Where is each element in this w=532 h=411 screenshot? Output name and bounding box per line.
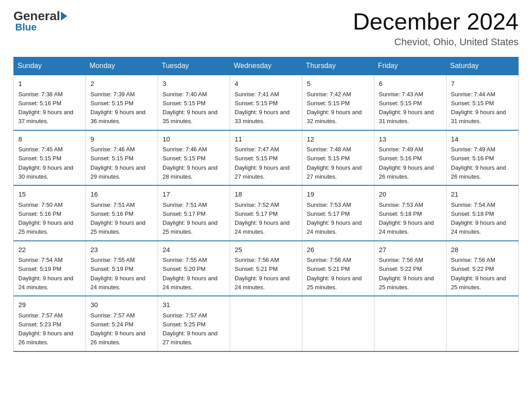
day-number: 24 xyxy=(163,245,225,255)
day-info: Sunrise: 7:51 AMSunset: 5:16 PMDaylight:… xyxy=(90,201,146,235)
table-row: 7Sunrise: 7:44 AMSunset: 5:15 PMDaylight… xyxy=(446,75,519,130)
day-info: Sunrise: 7:38 AMSunset: 5:16 PMDaylight:… xyxy=(18,91,73,125)
table-row: 27Sunrise: 7:56 AMSunset: 5:22 PMDayligh… xyxy=(374,241,446,296)
header-row: Sunday Monday Tuesday Wednesday Thursday… xyxy=(14,57,519,75)
table-row xyxy=(446,296,519,351)
day-info: Sunrise: 7:49 AMSunset: 5:16 PMDaylight:… xyxy=(379,146,434,180)
day-number: 11 xyxy=(235,134,297,145)
day-info: Sunrise: 7:56 AMSunset: 5:21 PMDaylight:… xyxy=(307,257,362,291)
table-row: 12Sunrise: 7:48 AMSunset: 5:15 PMDayligh… xyxy=(302,130,374,186)
day-info: Sunrise: 7:56 AMSunset: 5:21 PMDaylight:… xyxy=(235,257,290,291)
table-row: 8Sunrise: 7:45 AMSunset: 5:15 PMDaylight… xyxy=(14,130,86,186)
day-number: 14 xyxy=(451,134,514,145)
table-row: 14Sunrise: 7:49 AMSunset: 5:16 PMDayligh… xyxy=(446,130,519,186)
day-number: 12 xyxy=(307,134,369,145)
day-number: 26 xyxy=(307,245,369,255)
table-row: 6Sunrise: 7:43 AMSunset: 5:15 PMDaylight… xyxy=(374,75,446,130)
table-row xyxy=(230,296,302,351)
table-row: 26Sunrise: 7:56 AMSunset: 5:21 PMDayligh… xyxy=(302,241,374,296)
day-info: Sunrise: 7:57 AMSunset: 5:24 PMDaylight:… xyxy=(90,312,146,346)
day-info: Sunrise: 7:56 AMSunset: 5:22 PMDaylight:… xyxy=(379,257,434,291)
day-number: 25 xyxy=(235,245,297,255)
day-number: 16 xyxy=(90,189,153,200)
table-row: 25Sunrise: 7:56 AMSunset: 5:21 PMDayligh… xyxy=(230,241,302,296)
month-title: December 2024 xyxy=(353,9,519,34)
table-row: 11Sunrise: 7:47 AMSunset: 5:15 PMDayligh… xyxy=(230,130,302,186)
day-number: 19 xyxy=(307,189,369,200)
table-row: 22Sunrise: 7:54 AMSunset: 5:19 PMDayligh… xyxy=(14,241,86,296)
page-header: General Blue December 2024 Cheviot, Ohio… xyxy=(13,9,519,48)
logo: General Blue xyxy=(13,9,68,33)
table-row: 30Sunrise: 7:57 AMSunset: 5:24 PMDayligh… xyxy=(86,296,158,351)
day-number: 30 xyxy=(90,300,153,310)
calendar-week-1: 1Sunrise: 7:38 AMSunset: 5:16 PMDaylight… xyxy=(14,75,519,130)
day-info: Sunrise: 7:54 AMSunset: 5:18 PMDaylight:… xyxy=(451,201,506,235)
day-number: 28 xyxy=(451,245,514,255)
day-number: 23 xyxy=(90,245,153,255)
day-number: 31 xyxy=(163,300,225,310)
day-number: 5 xyxy=(307,79,369,89)
table-row: 18Sunrise: 7:52 AMSunset: 5:17 PMDayligh… xyxy=(230,185,302,241)
day-info: Sunrise: 7:47 AMSunset: 5:15 PMDaylight:… xyxy=(235,146,290,180)
day-number: 10 xyxy=(163,134,225,145)
day-number: 27 xyxy=(379,245,442,255)
day-number: 17 xyxy=(163,189,225,200)
day-number: 13 xyxy=(379,134,442,145)
table-row: 20Sunrise: 7:53 AMSunset: 5:18 PMDayligh… xyxy=(374,185,446,241)
day-info: Sunrise: 7:45 AMSunset: 5:15 PMDaylight:… xyxy=(18,146,73,180)
day-number: 1 xyxy=(18,79,81,89)
table-row xyxy=(302,296,374,351)
title-area: December 2024 Cheviot, Ohio, United Stat… xyxy=(353,9,519,48)
day-info: Sunrise: 7:48 AMSunset: 5:15 PMDaylight:… xyxy=(307,146,362,180)
day-info: Sunrise: 7:55 AMSunset: 5:19 PMDaylight:… xyxy=(90,257,146,291)
day-info: Sunrise: 7:56 AMSunset: 5:22 PMDaylight:… xyxy=(451,257,506,291)
table-row: 13Sunrise: 7:49 AMSunset: 5:16 PMDayligh… xyxy=(374,130,446,186)
day-info: Sunrise: 7:52 AMSunset: 5:17 PMDaylight:… xyxy=(235,201,290,235)
calendar-week-2: 8Sunrise: 7:45 AMSunset: 5:15 PMDaylight… xyxy=(14,130,519,186)
col-thursday: Thursday xyxy=(302,57,374,75)
day-info: Sunrise: 7:43 AMSunset: 5:15 PMDaylight:… xyxy=(379,91,434,125)
day-info: Sunrise: 7:46 AMSunset: 5:15 PMDaylight:… xyxy=(90,146,146,180)
day-info: Sunrise: 7:49 AMSunset: 5:16 PMDaylight:… xyxy=(451,146,506,180)
day-info: Sunrise: 7:55 AMSunset: 5:20 PMDaylight:… xyxy=(163,257,218,291)
day-info: Sunrise: 7:53 AMSunset: 5:18 PMDaylight:… xyxy=(379,201,434,235)
day-info: Sunrise: 7:39 AMSunset: 5:15 PMDaylight:… xyxy=(90,91,146,125)
table-row: 23Sunrise: 7:55 AMSunset: 5:19 PMDayligh… xyxy=(86,241,158,296)
table-row: 29Sunrise: 7:57 AMSunset: 5:23 PMDayligh… xyxy=(14,296,86,351)
day-info: Sunrise: 7:54 AMSunset: 5:19 PMDaylight:… xyxy=(18,257,73,291)
table-row: 3Sunrise: 7:40 AMSunset: 5:15 PMDaylight… xyxy=(158,75,230,130)
table-row: 31Sunrise: 7:57 AMSunset: 5:25 PMDayligh… xyxy=(158,296,230,351)
table-row: 19Sunrise: 7:53 AMSunset: 5:17 PMDayligh… xyxy=(302,185,374,241)
table-row: 15Sunrise: 7:50 AMSunset: 5:16 PMDayligh… xyxy=(14,185,86,241)
col-saturday: Saturday xyxy=(446,57,519,75)
table-row: 9Sunrise: 7:46 AMSunset: 5:15 PMDaylight… xyxy=(86,130,158,186)
day-number: 7 xyxy=(451,79,514,89)
table-row: 4Sunrise: 7:41 AMSunset: 5:15 PMDaylight… xyxy=(230,75,302,130)
table-row: 1Sunrise: 7:38 AMSunset: 5:16 PMDaylight… xyxy=(14,75,86,130)
table-row: 2Sunrise: 7:39 AMSunset: 5:15 PMDaylight… xyxy=(86,75,158,130)
day-info: Sunrise: 7:50 AMSunset: 5:16 PMDaylight:… xyxy=(18,201,73,235)
day-number: 22 xyxy=(18,245,81,255)
logo-blue-text: Blue xyxy=(15,21,37,33)
day-info: Sunrise: 7:42 AMSunset: 5:15 PMDaylight:… xyxy=(307,91,362,125)
table-row: 10Sunrise: 7:46 AMSunset: 5:15 PMDayligh… xyxy=(158,130,230,186)
day-info: Sunrise: 7:44 AMSunset: 5:15 PMDaylight:… xyxy=(451,91,506,125)
calendar-week-5: 29Sunrise: 7:57 AMSunset: 5:23 PMDayligh… xyxy=(14,296,519,351)
day-number: 15 xyxy=(18,189,81,200)
day-number: 3 xyxy=(163,79,225,89)
day-info: Sunrise: 7:46 AMSunset: 5:15 PMDaylight:… xyxy=(163,146,218,180)
day-number: 18 xyxy=(235,189,297,200)
day-info: Sunrise: 7:51 AMSunset: 5:17 PMDaylight:… xyxy=(163,201,218,235)
day-info: Sunrise: 7:41 AMSunset: 5:15 PMDaylight:… xyxy=(235,91,290,125)
day-info: Sunrise: 7:57 AMSunset: 5:23 PMDaylight:… xyxy=(18,312,73,346)
col-tuesday: Tuesday xyxy=(158,57,230,75)
day-info: Sunrise: 7:57 AMSunset: 5:25 PMDaylight:… xyxy=(163,312,218,346)
table-row: 21Sunrise: 7:54 AMSunset: 5:18 PMDayligh… xyxy=(446,185,519,241)
table-row: 16Sunrise: 7:51 AMSunset: 5:16 PMDayligh… xyxy=(86,185,158,241)
col-wednesday: Wednesday xyxy=(230,57,302,75)
day-number: 20 xyxy=(379,189,442,200)
day-number: 8 xyxy=(18,134,81,145)
day-number: 21 xyxy=(451,189,514,200)
col-monday: Monday xyxy=(86,57,158,75)
day-info: Sunrise: 7:53 AMSunset: 5:17 PMDaylight:… xyxy=(307,201,362,235)
